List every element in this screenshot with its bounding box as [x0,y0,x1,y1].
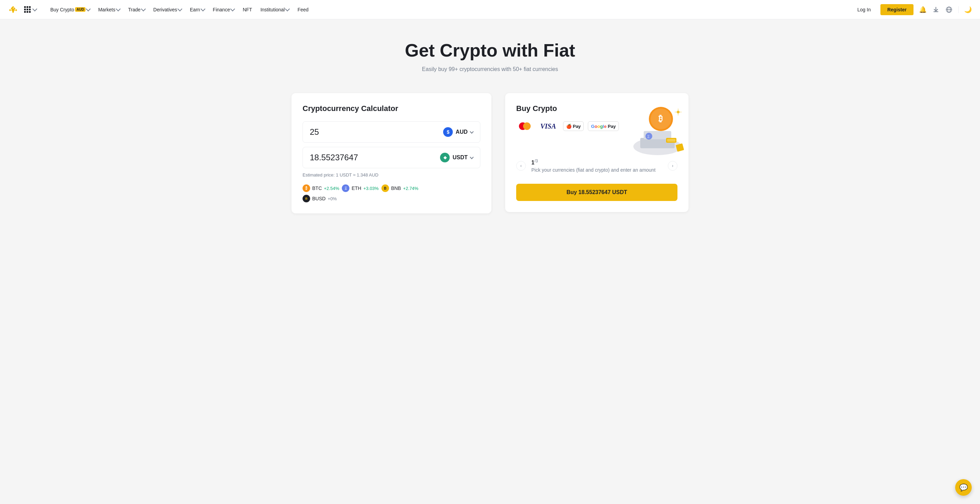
theme-toggle-icon[interactable]: 🌙 [964,6,972,13]
calculator-card: Cryptocurrency Calculator 25 $ AUD 18.55… [291,93,492,214]
nav-trade[interactable]: Trade [125,5,148,14]
binance-logo[interactable] [8,5,18,14]
applepay-payment-icon: 🍎 Pay [563,121,584,131]
aud-currency-icon: $ [443,127,453,137]
calculator-title: Cryptocurrency Calculator [302,104,480,113]
fiat-amount-input[interactable]: 25 [310,127,379,137]
main-content: Cryptocurrency Calculator 25 $ AUD 18.55… [283,86,697,234]
btc-badge[interactable]: ₿ BTC +2.54% [302,185,339,192]
nav-institutional[interactable]: Institutional [257,5,293,14]
crypto-badges-row2: B BUSD +0% [302,195,480,203]
eth-badge[interactable]: Ξ ETH +3.03% [342,185,379,192]
derivatives-chevron-icon [177,6,182,11]
binance-logo-icon [8,5,18,14]
fiat-currency-label: AUD [455,129,468,135]
busd-badge[interactable]: B BUSD +0% [302,195,337,203]
nav-apps-grid[interactable] [21,4,40,15]
crypto-selector-chevron-icon [470,155,474,159]
finance-chevron-icon [230,6,235,11]
trade-chevron-icon [141,6,146,11]
nav-feed[interactable]: Feed [294,5,312,14]
download-icon[interactable] [932,6,940,13]
mastercard-payment-icon [516,121,533,131]
svg-rect-1 [934,11,938,12]
crypto-currency-selector[interactable]: ◆ USDT [440,153,473,163]
crypto-badges-list: ₿ BTC +2.54% Ξ ETH +3.03% B BNB +2.74% [302,185,480,192]
apps-chevron-icon [32,6,37,11]
navbar-left: Buy Crypto AUD Markets Trade Derivatives… [8,4,853,15]
nav-nft[interactable]: NFT [239,5,255,14]
crypto-output-row: 18.55237647 ◆ USDT [302,147,480,168]
buy-button[interactable]: Buy 18.55237647 USDT [516,184,678,201]
login-button[interactable]: Log In [853,5,875,14]
visa-payment-icon: VISA [538,121,559,131]
earn-chevron-icon [200,6,205,11]
nav-markets[interactable]: Markets [95,5,123,14]
hero-subtitle: Easily buy 99+ cryptocurrencies with 50+… [8,66,972,72]
svg-text:₿: ₿ [659,114,663,123]
institutional-chevron-icon [285,6,290,11]
estimated-price-text: Estimated price: 1 USDT ≈ 1.348 AUD [302,172,480,177]
svg-rect-2 [935,7,936,10]
notification-bell-icon[interactable]: 🔔 [919,6,927,13]
hero-title: Get Crypto with Fiat [8,40,972,61]
chat-icon: 💬 [959,483,968,491]
nav-menu: Buy Crypto AUD Markets Trade Derivatives… [47,5,312,14]
markets-chevron-icon [116,6,121,11]
nav-earn[interactable]: Earn [186,5,208,14]
nav-derivatives[interactable]: Derivatives [150,5,185,14]
navbar-divider [958,6,959,13]
fiat-currency-selector[interactable]: $ AUD [443,127,473,137]
nav-finance[interactable]: Finance [210,5,238,14]
btc-icon: ₿ [302,185,310,192]
buy-crypto-chevron-icon [86,6,91,11]
eth-icon: Ξ [342,185,349,192]
svg-text:Ξ: Ξ [647,134,649,139]
buy-crypto-card: Buy Crypto VISA 🍎 Pay Google Pay [505,93,689,212]
mc-right-circle [523,122,531,130]
bnb-badge[interactable]: B BNB +2.74% [382,185,418,192]
grid-icon [24,6,31,13]
crypto-illustration: ₿ Ξ [612,93,689,172]
navbar: Buy Crypto AUD Markets Trade Derivatives… [0,0,980,19]
buy-crypto-badge: AUD [75,7,86,12]
chat-button[interactable]: 💬 [955,479,972,496]
navbar-right: Log In Register 🔔 🌙 [853,4,972,15]
language-globe-icon[interactable] [945,6,953,13]
svg-rect-13 [667,139,675,142]
hero-section: Get Crypto with Fiat Easily buy 99+ cryp… [0,19,980,86]
busd-icon: B [302,195,310,203]
crypto-amount-input[interactable]: 18.55237647 [310,153,379,163]
fiat-selector-chevron-icon [470,130,474,133]
crypto-currency-label: USDT [452,155,468,161]
step-prev-button[interactable]: ‹ [516,161,526,171]
nav-buy-crypto[interactable]: Buy Crypto AUD [47,5,93,14]
bnb-icon: B [382,185,389,192]
usdt-currency-icon: ◆ [440,153,450,163]
fiat-input-row: 25 $ AUD [302,121,480,143]
register-button[interactable]: Register [880,4,913,15]
